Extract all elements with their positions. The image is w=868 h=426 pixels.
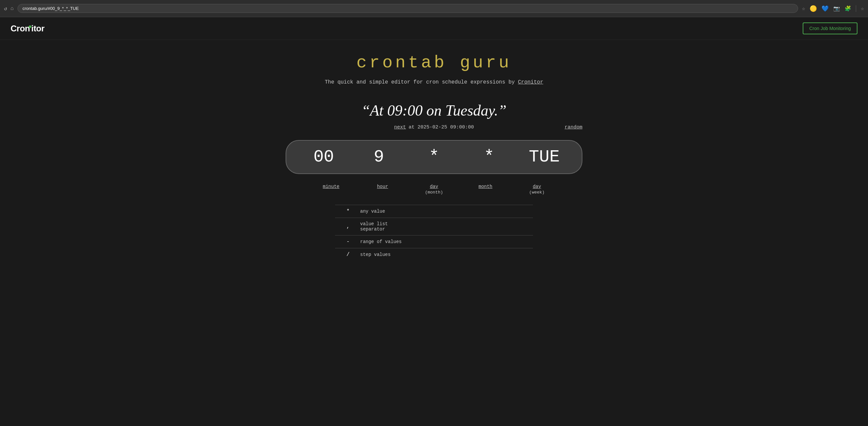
day-month-sub: (month) bbox=[408, 190, 460, 195]
page-title: crontab guru bbox=[356, 53, 512, 73]
cron-description: “At 09:00 on Tuesday.” bbox=[362, 102, 506, 119]
day-week-sub: (week) bbox=[511, 190, 563, 195]
subtitle-text: The quick and simple editor for cron sch… bbox=[325, 79, 515, 85]
table-row: * any value bbox=[335, 205, 533, 218]
home-icon[interactable]: ⌂ bbox=[10, 6, 14, 11]
app-header: Cronitor Cron Job Monitoring bbox=[0, 17, 868, 40]
browser-chrome: ↺ ⌂ crontab.guru/#00_9_*_*_TUE ☆ 🟡 💙 📷 🧩… bbox=[0, 0, 868, 17]
browser-right-icons: ☆ 🟡 💙 📷 🧩 ☆ bbox=[802, 5, 864, 12]
desc-comma: value listseparator bbox=[355, 218, 533, 235]
day-month-label-link[interactable]: day bbox=[430, 184, 438, 189]
table-row: / step values bbox=[335, 248, 533, 261]
desc-slash: step values bbox=[355, 248, 533, 261]
symbol-comma: , bbox=[335, 218, 355, 235]
month-label: month bbox=[460, 184, 511, 195]
symbol-dash: - bbox=[335, 235, 355, 248]
subtitle: The quick and simple editor for cron sch… bbox=[325, 79, 544, 85]
minute-label: minute bbox=[305, 184, 357, 195]
logo-dot bbox=[29, 25, 31, 28]
cronitor-link[interactable]: Cronitor bbox=[518, 79, 543, 85]
cron-input-container bbox=[286, 140, 582, 174]
hour-label-link[interactable]: hour bbox=[377, 184, 388, 189]
star-icon[interactable]: ☆ bbox=[861, 5, 864, 12]
month-field[interactable] bbox=[472, 147, 507, 167]
next-info: next at 2025-02-25 09:00:00 random bbox=[286, 124, 582, 130]
desc-star: any value bbox=[355, 205, 533, 218]
day-month-label: day (month) bbox=[408, 184, 460, 195]
reference-table: * any value , value listseparator - rang… bbox=[335, 205, 533, 261]
day-of-week-field[interactable] bbox=[527, 147, 562, 167]
reference-tbody: * any value , value listseparator - rang… bbox=[335, 205, 533, 261]
minute-field[interactable] bbox=[306, 147, 341, 167]
desc-dash: range of values bbox=[355, 235, 533, 248]
table-row: - range of values bbox=[335, 235, 533, 248]
url-bar[interactable]: crontab.guru/#00_9_*_*_TUE bbox=[18, 4, 798, 13]
next-link[interactable]: next bbox=[394, 124, 406, 130]
extension-icon-1: 🟡 bbox=[810, 5, 817, 12]
cron-job-monitoring-button[interactable]: Cron Job Monitoring bbox=[803, 23, 858, 34]
logo: Cronitor bbox=[10, 24, 44, 34]
camera-icon[interactable]: 📷 bbox=[833, 5, 840, 12]
table-row: , value listseparator bbox=[335, 218, 533, 235]
random-link[interactable]: random bbox=[565, 124, 582, 130]
browser-nav-icons: ↺ ⌂ bbox=[4, 5, 13, 12]
day-of-month-field[interactable] bbox=[416, 147, 452, 167]
hour-field[interactable] bbox=[361, 147, 396, 167]
main-content: crontab guru The quick and simple editor… bbox=[0, 40, 868, 274]
reload-icon[interactable]: ↺ bbox=[4, 5, 7, 12]
field-labels: minute hour day (month) month day (week) bbox=[286, 184, 582, 195]
month-label-link[interactable]: month bbox=[478, 184, 492, 189]
symbol-slash: / bbox=[335, 248, 355, 261]
extension-icon-2: 💙 bbox=[822, 5, 829, 12]
url-text: crontab.guru/#00_9_*_*_TUE bbox=[23, 6, 79, 11]
puzzle-icon[interactable]: 🧩 bbox=[845, 5, 851, 12]
divider bbox=[856, 5, 856, 12]
logo-text: Cronitor bbox=[10, 24, 44, 34]
hour-label: hour bbox=[357, 184, 408, 195]
minute-label-link[interactable]: minute bbox=[323, 184, 339, 189]
symbol-star: * bbox=[335, 205, 355, 218]
bookmark-icon[interactable]: ☆ bbox=[802, 5, 805, 12]
next-datetime: at 2025-02-25 09:00:00 bbox=[409, 124, 474, 130]
day-week-label-link[interactable]: day bbox=[533, 184, 541, 189]
day-week-label: day (week) bbox=[511, 184, 563, 195]
